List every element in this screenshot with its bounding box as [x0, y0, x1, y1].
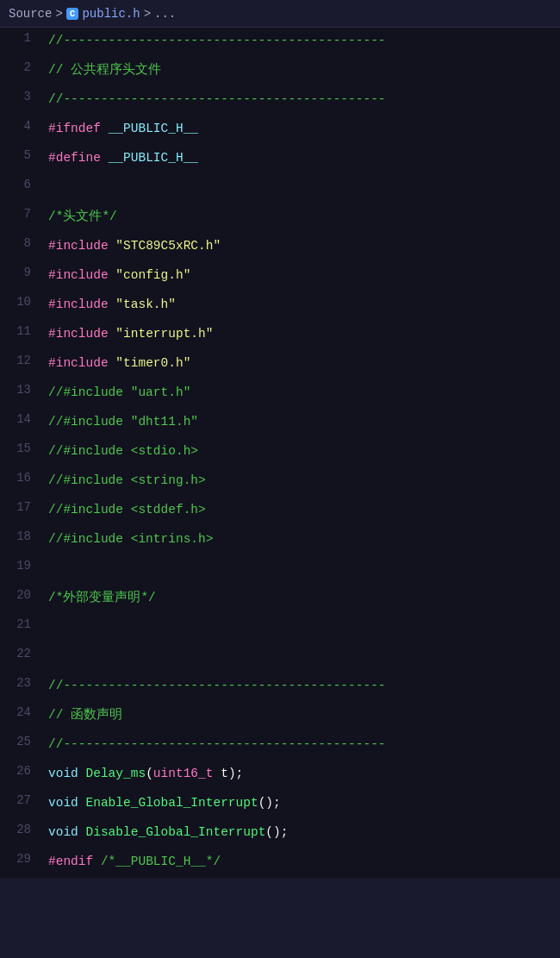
line-content: #include "interrupt.h" — [45, 322, 560, 343]
breadcrumb-c-icon: C — [66, 8, 79, 20]
line-number: 18 — [0, 528, 45, 543]
line-content — [45, 645, 560, 647]
line-content: void Delay_ms(uint16_t t); — [45, 762, 560, 783]
code-line: 9#include "config.h" — [0, 262, 560, 291]
code-line: 16//#include <string.h> — [0, 467, 560, 497]
code-line: 20/*外部变量声明*/ — [0, 585, 560, 614]
code-line: 12#include "timer0.h" — [0, 350, 560, 379]
code-line: 11#include "interrupt.h" — [0, 321, 560, 350]
code-line: 14//#include "dht11.h" — [0, 409, 560, 438]
line-content: /*头文件*/ — [45, 205, 560, 226]
code-line: 26void Delay_ms(uint16_t t); — [0, 761, 560, 790]
line-content: //#include "uart.h" — [45, 381, 560, 402]
line-number: 26 — [0, 762, 45, 778]
code-line: 1//-------------------------------------… — [0, 28, 560, 57]
line-number: 1 — [0, 29, 45, 45]
line-content: //#include <stddef.h> — [45, 498, 560, 519]
code-line: 10#include "task.h" — [0, 291, 560, 321]
line-content: //--------------------------------------… — [45, 29, 560, 50]
line-number: 9 — [0, 264, 45, 279]
code-line: 27void Enable_Global_Interrupt(); — [0, 790, 560, 819]
code-line: 18//#include <intrins.h> — [0, 526, 560, 555]
line-number: 8 — [0, 235, 45, 250]
line-number: 3 — [0, 88, 45, 103]
line-number: 28 — [0, 821, 45, 836]
line-content: // 函数声明 — [45, 704, 560, 724]
line-number: 15 — [0, 440, 45, 455]
code-line: 7/*头文件*/ — [0, 203, 560, 233]
line-number: 2 — [0, 59, 45, 74]
breadcrumb: Source > C public.h > ... — [0, 0, 560, 28]
breadcrumb-source[interactable]: Source — [9, 7, 52, 21]
line-number: 5 — [0, 147, 45, 162]
line-content — [45, 557, 560, 559]
code-line: 6 — [0, 174, 560, 203]
line-number: 23 — [0, 674, 45, 690]
line-content: //#include <stdio.h> — [45, 440, 560, 460]
line-number: 7 — [0, 205, 45, 221]
line-number: 14 — [0, 410, 45, 426]
line-content: #include "config.h" — [45, 264, 560, 285]
line-content: #endif /*__PUBLIC_H__*/ — [45, 850, 560, 871]
code-line: 3//-------------------------------------… — [0, 86, 560, 116]
code-line: 24// 函数声明 — [0, 702, 560, 731]
line-number: 11 — [0, 322, 45, 338]
code-line: 15//#include <stdio.h> — [0, 438, 560, 467]
line-content: //#include "dht11.h" — [45, 410, 560, 431]
line-content: void Disable_Global_Interrupt(); — [45, 821, 560, 842]
line-content: //--------------------------------------… — [45, 674, 560, 695]
line-number: 17 — [0, 498, 45, 514]
line-content — [45, 176, 560, 178]
code-line: 17//#include <stddef.h> — [0, 497, 560, 526]
line-content: //--------------------------------------… — [45, 733, 560, 754]
line-number: 6 — [0, 176, 45, 191]
line-number: 19 — [0, 557, 45, 573]
line-number: 20 — [0, 586, 45, 602]
line-content: //#include <intrins.h> — [45, 528, 560, 548]
breadcrumb-sep2: > — [144, 7, 151, 21]
code-line: 13//#include "uart.h" — [0, 379, 560, 409]
line-number: 10 — [0, 293, 45, 309]
code-line: 29#endif /*__PUBLIC_H__*/ — [0, 848, 560, 878]
line-content: #define __PUBLIC_H__ — [45, 147, 560, 167]
code-line: 8#include "STC89C5xRC.h" — [0, 233, 560, 262]
code-line: 23//------------------------------------… — [0, 673, 560, 702]
line-number: 4 — [0, 117, 45, 133]
code-line: 22 — [0, 643, 560, 673]
line-content: // 公共程序头文件 — [45, 59, 560, 79]
code-line: 21 — [0, 614, 560, 643]
line-number: 27 — [0, 792, 45, 807]
line-number: 24 — [0, 704, 45, 719]
line-content: #include "STC89C5xRC.h" — [45, 235, 560, 255]
line-number: 25 — [0, 733, 45, 748]
line-number: 21 — [0, 616, 45, 631]
breadcrumb-filename[interactable]: public.h — [82, 7, 140, 21]
line-content: //--------------------------------------… — [45, 88, 560, 109]
code-line: 4#ifndef __PUBLIC_H__ — [0, 116, 560, 145]
code-line: 19 — [0, 555, 560, 585]
code-line: 2// 公共程序头文件 — [0, 57, 560, 86]
code-line: 28void Disable_Global_Interrupt(); — [0, 819, 560, 848]
line-content: #ifndef __PUBLIC_H__ — [45, 117, 560, 138]
breadcrumb-sep1: > — [55, 7, 62, 21]
code-line: 5#define __PUBLIC_H__ — [0, 145, 560, 174]
line-number: 29 — [0, 850, 45, 866]
code-editor: 1//-------------------------------------… — [0, 28, 560, 878]
line-content: //#include <string.h> — [45, 469, 560, 490]
line-content: #include "timer0.h" — [45, 352, 560, 373]
line-content: /*外部变量声明*/ — [45, 586, 560, 607]
line-number: 12 — [0, 352, 45, 367]
line-number: 16 — [0, 469, 45, 485]
breadcrumb-dots: ... — [154, 7, 176, 21]
line-content: #include "task.h" — [45, 293, 560, 314]
line-number: 13 — [0, 381, 45, 397]
code-line: 25//------------------------------------… — [0, 731, 560, 761]
line-content — [45, 616, 560, 617]
line-number: 22 — [0, 645, 45, 661]
line-content: void Enable_Global_Interrupt(); — [45, 792, 560, 812]
